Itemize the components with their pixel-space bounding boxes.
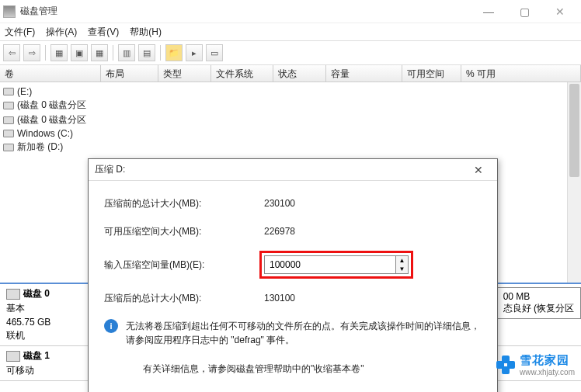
info-text: 无法将卷压缩到超出任何不可移动的文件所在的点。有关完成该操作时间的详细信息，请参… <box>126 319 482 347</box>
disk-0-size: 465.75 GB <box>6 317 50 328</box>
toolbar-btn-7[interactable]: ▸ <box>186 44 203 61</box>
shrink-amount-label: 输入压缩空间量(MB)(E): <box>104 258 259 272</box>
volume-list: (E:) (磁盘 0 磁盘分区 (磁盘 0 磁盘分区 Windows (C:) … <box>0 82 101 158</box>
header-volume[interactable]: 卷 <box>0 65 101 82</box>
menu-help[interactable]: 帮助(H) <box>130 26 162 39</box>
disk-icon <box>6 351 20 362</box>
list-item[interactable]: 新加卷 (D:) <box>3 140 98 154</box>
disk-icon <box>3 116 14 124</box>
forward-button[interactable]: ⇨ <box>23 44 40 61</box>
disk-0-type: 基本 <box>6 302 50 315</box>
header-percent[interactable]: % 可用 <box>461 65 581 82</box>
back-button[interactable]: ⇦ <box>3 44 20 61</box>
disk-0-partition[interactable]: 00 MB 态良好 (恢复分区 <box>496 287 581 319</box>
dialog-titlebar: 压缩 D: ✕ <box>89 159 497 181</box>
shrink-amount-input[interactable] <box>265 256 395 273</box>
disk-icon <box>3 130 14 137</box>
disk-0-name: 磁盘 0 <box>23 287 50 300</box>
list-item[interactable]: (磁盘 0 磁盘分区 <box>3 98 98 113</box>
header-status[interactable]: 状态 <box>273 65 326 82</box>
before-size-value: 230100 <box>259 195 404 212</box>
window-title: 磁盘管理 <box>20 5 471 18</box>
watermark: 雪花家园 www.xhjaty.com <box>496 353 575 376</box>
partition-size: 00 MB <box>503 291 574 302</box>
toolbar-btn-5[interactable]: ▤ <box>138 44 155 61</box>
dialog-close-button[interactable]: ✕ <box>466 161 491 179</box>
hint-text: 有关详细信息，请参阅磁盘管理帮助中的"收缩基本卷" <box>104 363 482 376</box>
scrollbar-thumb[interactable] <box>569 84 579 177</box>
menu-file[interactable]: 文件(F) <box>5 26 35 39</box>
header-layout[interactable]: 布局 <box>101 65 158 82</box>
info-icon: i <box>104 319 118 333</box>
close-button[interactable]: ✕ <box>542 0 578 23</box>
header-type[interactable]: 类型 <box>158 65 211 82</box>
toolbar-btn-8[interactable]: ▭ <box>206 44 223 61</box>
header-capacity[interactable]: 容量 <box>326 65 402 82</box>
vertical-scrollbar[interactable] <box>567 82 581 283</box>
disk-icon <box>3 88 14 95</box>
toolbar-btn-3[interactable]: ▦ <box>91 44 108 61</box>
shrink-dialog: 压缩 D: ✕ 压缩前的总计大小(MB): 230100 可用压缩空间大小(MB… <box>88 158 498 392</box>
available-shrink-label: 可用压缩空间大小(MB): <box>104 225 259 238</box>
available-shrink-value: 226978 <box>259 223 404 240</box>
toolbar-btn-6[interactable]: 📁 <box>165 44 183 61</box>
menu-view[interactable]: 查看(V) <box>88 26 119 39</box>
disk-1-name: 磁盘 1 <box>23 349 50 363</box>
watermark-sub: www.xhjaty.com <box>520 368 575 376</box>
disk-icon <box>6 289 20 300</box>
disk-1-type: 可移动 <box>6 364 50 377</box>
list-item[interactable]: Windows (C:) <box>3 127 98 140</box>
disk-icon <box>3 102 14 109</box>
highlight-box: ▲ ▼ <box>259 251 413 279</box>
column-headers: 卷 布局 类型 文件系统 状态 容量 可用空间 % 可用 <box>0 65 581 82</box>
watermark-main: 雪花家园 <box>520 353 575 368</box>
before-size-label: 压缩前的总计大小(MB): <box>104 197 259 210</box>
app-icon <box>3 5 16 18</box>
window-titlebar: 磁盘管理 — ▢ ✕ <box>0 0 581 23</box>
info-note: i 无法将卷压缩到超出任何不可移动的文件所在的点。有关完成该操作时间的详细信息，… <box>104 319 482 347</box>
disk-0-status: 联机 <box>6 329 50 342</box>
after-size-value: 130100 <box>259 290 404 307</box>
spin-down-button[interactable]: ▼ <box>396 265 408 273</box>
main-area: (E:) (磁盘 0 磁盘分区 (磁盘 0 磁盘分区 Windows (C:) … <box>0 82 581 392</box>
toolbar-btn-1[interactable]: ▦ <box>50 44 68 61</box>
header-filesystem[interactable]: 文件系统 <box>211 65 273 82</box>
toolbar: ⇦ ⇨ ▦ ▣ ▦ ▥ ▤ 📁 ▸ ▭ <box>0 40 581 65</box>
toolbar-btn-2[interactable]: ▣ <box>71 44 88 61</box>
shrink-amount-input-wrap: ▲ ▼ <box>264 255 409 274</box>
toolbar-separator <box>113 45 113 61</box>
watermark-icon <box>496 356 515 374</box>
toolbar-separator <box>45 45 46 61</box>
minimize-button[interactable]: — <box>471 0 506 23</box>
maximize-button[interactable]: ▢ <box>506 0 542 23</box>
list-item[interactable]: (磁盘 0 磁盘分区 <box>3 113 98 127</box>
disk-icon <box>3 144 14 151</box>
menu-bar: 文件(F) 操作(A) 查看(V) 帮助(H) <box>0 23 581 40</box>
toolbar-separator <box>160 45 161 61</box>
dialog-title: 压缩 D: <box>95 163 466 176</box>
partition-status: 态良好 (恢复分区 <box>503 302 574 315</box>
after-size-label: 压缩后的总计大小(MB): <box>104 292 259 305</box>
toolbar-btn-4[interactable]: ▥ <box>118 44 135 61</box>
menu-action[interactable]: 操作(A) <box>46 26 77 39</box>
spin-up-button[interactable]: ▲ <box>396 256 408 265</box>
list-item[interactable]: (E:) <box>3 85 98 98</box>
header-free[interactable]: 可用空间 <box>402 65 461 82</box>
